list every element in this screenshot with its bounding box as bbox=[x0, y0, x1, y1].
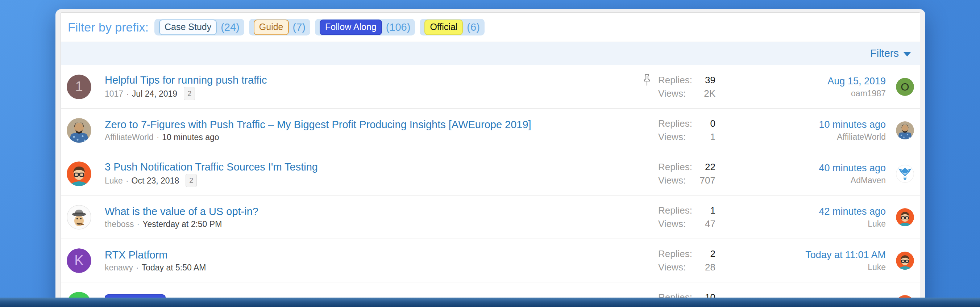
last-post: 40 minutes ago AdMaven bbox=[716, 161, 886, 186]
prefix-badge-official[interactable]: Official bbox=[425, 19, 463, 35]
thread-title-link[interactable]: 3 Push Notification Traffic Sources I'm … bbox=[105, 160, 318, 174]
chevron-down-icon bbox=[903, 52, 911, 57]
avatar-letter: O bbox=[896, 78, 914, 96]
last-post-date-link[interactable]: 42 minutes ago bbox=[819, 205, 886, 218]
thread-stats: Replies:1 Views:47 bbox=[658, 204, 716, 231]
last-poster-avatar[interactable]: O bbox=[896, 78, 914, 96]
views-label: Views: bbox=[658, 88, 686, 100]
replies-label: Replies: bbox=[658, 118, 692, 130]
prefix-filter-case-study[interactable]: Case Study (24) bbox=[154, 19, 244, 35]
meta-separator: · bbox=[136, 262, 139, 273]
avatar[interactable] bbox=[67, 205, 91, 229]
avatar-letter: 1 bbox=[67, 74, 91, 99]
views-count: 707 bbox=[700, 174, 716, 187]
thread-main: RTX Platform kenawy · Today at 5:50 AM bbox=[105, 248, 642, 273]
thread-title-link[interactable]: What is the value of a US opt-in? bbox=[105, 204, 258, 218]
cartoon-avatar bbox=[896, 252, 914, 270]
filters-dropdown-button[interactable]: Filters bbox=[870, 47, 911, 59]
thread-author[interactable]: 1017 bbox=[105, 88, 123, 100]
sticky-pin-icon bbox=[642, 73, 652, 87]
last-post-date-link[interactable]: 10 minutes ago bbox=[819, 118, 886, 131]
last-post-user: Luke bbox=[868, 218, 886, 229]
thread-date: Oct 23, 2018 bbox=[132, 175, 180, 187]
views-label: Views: bbox=[658, 174, 686, 187]
last-post: Aug 15, 2019 oam1987 bbox=[716, 74, 886, 99]
replies-label: Replies: bbox=[658, 161, 692, 173]
meta-separator: · bbox=[157, 131, 159, 143]
prefix-badge-case-study[interactable]: Case Study bbox=[159, 19, 217, 35]
filters-bar: Filters bbox=[61, 42, 920, 65]
last-post-date-link[interactable]: 40 minutes ago bbox=[819, 161, 886, 175]
thread-author[interactable]: Luke bbox=[105, 175, 123, 187]
prefix-count-follow-along: (106) bbox=[386, 21, 410, 33]
last-post-user: oam1987 bbox=[851, 88, 886, 99]
views-count: 2K bbox=[704, 88, 716, 100]
user-photo-avatar bbox=[896, 121, 914, 139]
prefix-count-official: (6) bbox=[467, 21, 479, 33]
replies-count: 2 bbox=[710, 248, 716, 260]
avatar[interactable]: K bbox=[67, 248, 91, 273]
thread-author[interactable]: theboss bbox=[105, 218, 134, 230]
last-post-user: Luke bbox=[868, 262, 886, 273]
thread-date: Today at 5:50 AM bbox=[142, 262, 206, 273]
replies-count: 1 bbox=[710, 204, 716, 217]
prefix-filter-follow-along[interactable]: Follow Along (106) bbox=[315, 19, 415, 35]
last-poster-avatar[interactable] bbox=[896, 165, 914, 183]
thread-title-link[interactable]: RTX Platform bbox=[105, 248, 168, 262]
last-post-user: AffiliateWorld bbox=[837, 131, 886, 142]
last-post: Today at 11:01 AM Luke bbox=[716, 248, 886, 273]
avatar[interactable] bbox=[67, 161, 91, 186]
views-count: 28 bbox=[705, 261, 716, 273]
last-post-user: AdMaven bbox=[851, 175, 886, 186]
thread-title-link[interactable]: Helpful Tips for running push traffic bbox=[105, 73, 267, 87]
page-number-badge[interactable]: 2 bbox=[186, 174, 197, 187]
replies-count: 39 bbox=[705, 74, 716, 86]
meta-separator: · bbox=[137, 218, 140, 230]
thread-stats: Replies:39 Views:2K bbox=[658, 73, 716, 100]
prefix-filter-label: Filter by prefix: bbox=[68, 20, 149, 35]
cartoon-avatar bbox=[896, 208, 914, 226]
avatar[interactable]: 1 bbox=[67, 74, 91, 99]
prefix-badge-follow-along[interactable]: Follow Along bbox=[320, 19, 382, 35]
thread-stats: Replies:2 Views:28 bbox=[658, 247, 716, 274]
prefix-filter-row: Filter by prefix: Case Study (24) Guide … bbox=[61, 13, 920, 42]
thread-title-link[interactable]: Zero to 7-Figures with Push Traffic – My… bbox=[105, 118, 531, 131]
thread-list: 1 Helpful Tips for running push traffic … bbox=[61, 65, 920, 307]
page-number-badge[interactable]: 2 bbox=[184, 87, 195, 100]
last-post-date-link[interactable]: Aug 15, 2019 bbox=[827, 74, 886, 88]
thread-date: Yesterday at 2:50 PM bbox=[142, 218, 222, 230]
thread-author[interactable]: AffiliateWorld bbox=[105, 131, 154, 143]
table-row: 3 Push Notification Traffic Sources I'm … bbox=[61, 152, 920, 196]
last-poster-avatar[interactable] bbox=[896, 121, 914, 139]
avatar-letter: K bbox=[67, 248, 91, 273]
views-label: Views: bbox=[658, 218, 686, 230]
thread-main: Helpful Tips for running push traffic 10… bbox=[105, 73, 642, 100]
last-poster-avatar[interactable] bbox=[896, 252, 914, 270]
thread-date: Jul 24, 2019 bbox=[132, 88, 177, 100]
forum-window: Filter by prefix: Case Study (24) Guide … bbox=[56, 9, 925, 307]
table-row: 1 Helpful Tips for running push traffic … bbox=[61, 65, 920, 109]
last-poster-avatar[interactable] bbox=[896, 208, 914, 226]
views-count: 1 bbox=[710, 131, 716, 143]
last-post-date-link[interactable]: Today at 11:01 AM bbox=[805, 248, 886, 262]
views-label: Views: bbox=[658, 131, 686, 143]
prefix-badge-guide[interactable]: Guide bbox=[254, 19, 289, 35]
table-row: Zero to 7-Figures with Push Traffic – My… bbox=[61, 109, 920, 152]
last-post: 42 minutes ago Luke bbox=[716, 205, 886, 229]
prefix-filter-official[interactable]: Official (6) bbox=[420, 19, 484, 35]
thread-main: What is the value of a US opt-in? thebos… bbox=[105, 204, 642, 230]
avatar[interactable] bbox=[67, 118, 91, 142]
replies-label: Replies: bbox=[658, 204, 692, 217]
cartoon-avatar bbox=[67, 205, 91, 229]
table-row: K RTX Platform kenawy · Today at 5:50 AM… bbox=[61, 239, 920, 282]
thread-main: 3 Push Notification Traffic Sources I'm … bbox=[105, 160, 642, 187]
cartoon-avatar bbox=[67, 161, 91, 186]
prefix-filter-guide[interactable]: Guide (7) bbox=[249, 19, 310, 35]
thread-main: Zero to 7-Figures with Push Traffic – My… bbox=[105, 118, 642, 143]
last-post: 10 minutes ago AffiliateWorld bbox=[716, 118, 886, 142]
thread-list-panel: Filter by prefix: Case Study (24) Guide … bbox=[60, 12, 920, 307]
thread-author[interactable]: kenawy bbox=[105, 262, 133, 273]
admaven-owl-logo bbox=[896, 165, 914, 183]
thread-stats: Replies:0 Views:1 bbox=[658, 117, 716, 144]
thread-stats: Replies:22 Views:707 bbox=[658, 160, 716, 187]
